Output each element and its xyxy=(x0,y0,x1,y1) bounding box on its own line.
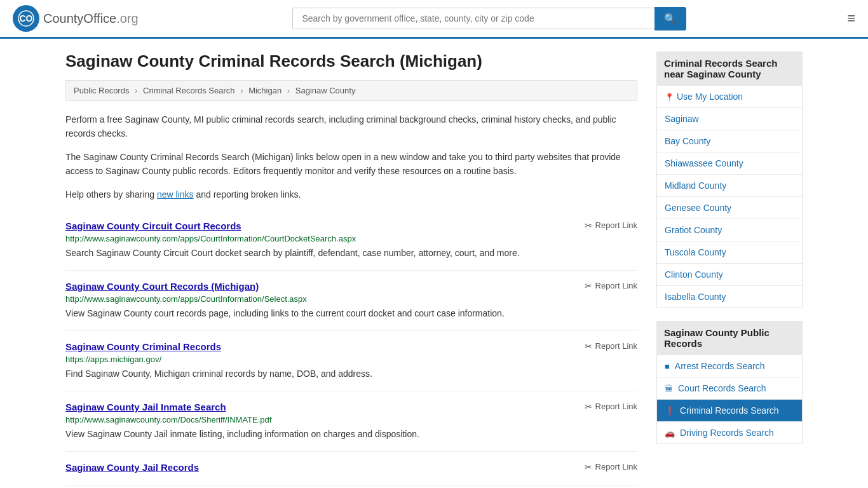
nearby-links: 📍 Use My Location Saginaw Bay County Shi… xyxy=(656,86,803,308)
record-title[interactable]: Saginaw County Jail Records xyxy=(65,462,199,473)
gratiot-link[interactable]: Gratiot County xyxy=(657,219,802,241)
arrest-records-link[interactable]: ■ Arrest Records Search xyxy=(657,355,802,377)
record-title[interactable]: Saginaw County Circuit Court Records xyxy=(65,220,241,231)
breadcrumb: Public Records › Criminal Records Search… xyxy=(65,80,637,101)
record-url[interactable]: http://www.saginawcounty.com/Docs/Sherif… xyxy=(65,415,637,424)
isabella-link[interactable]: Isabella County xyxy=(657,286,802,308)
nearby-header: Criminal Records Search near Saginaw Cou… xyxy=(656,51,803,86)
public-records-links: ■ Arrest Records Search 🏛 Court Records … xyxy=(656,355,803,444)
logo-brand: CountyOffice xyxy=(43,11,116,25)
page-title: Saginaw County Criminal Records Search (… xyxy=(65,51,637,71)
record-title[interactable]: Saginaw County Jail Inmate Search xyxy=(65,402,226,412)
report-icon: ✂ xyxy=(585,462,592,472)
record-header: Saginaw County Jail Inmate Search ✂ Repo… xyxy=(65,402,637,412)
breadcrumb-public-records[interactable]: Public Records xyxy=(74,86,129,95)
sidebar-item-midland[interactable]: Midland County xyxy=(657,175,802,197)
report-link[interactable]: ✂ Report Link xyxy=(585,462,637,472)
record-item: Saginaw County Criminal Records ✂ Report… xyxy=(65,331,637,391)
sidebar-item-clinton[interactable]: Clinton County xyxy=(657,264,802,286)
breadcrumb-sep-2: › xyxy=(240,86,243,95)
record-header: Saginaw County Criminal Records ✂ Report… xyxy=(65,341,637,352)
search-input[interactable] xyxy=(292,8,654,29)
sidebar-item-tuscola[interactable]: Tuscola County xyxy=(657,241,802,264)
sidebar-item-isabella[interactable]: Isabella County xyxy=(657,286,802,308)
sidebar-item-gratiot[interactable]: Gratiot County xyxy=(657,219,802,241)
report-label: Report Link xyxy=(595,281,637,290)
report-icon: ✂ xyxy=(585,281,592,291)
logo-suffix: .org xyxy=(116,11,138,25)
header: CO CountyOffice.org 🔍 ≡ xyxy=(0,0,868,39)
court-records-link[interactable]: 🏛 Court Records Search xyxy=(657,377,802,399)
report-link[interactable]: ✂ Report Link xyxy=(585,402,637,412)
report-label: Report Link xyxy=(595,341,637,351)
saginaw-link[interactable]: Saginaw xyxy=(657,108,802,130)
sidebar-item-criminal[interactable]: ❗ Criminal Records Search xyxy=(657,400,802,422)
sidebar-item-driving[interactable]: 🚗 Driving Records Search xyxy=(657,422,802,444)
record-desc: Search Saginaw County Circuit Court dock… xyxy=(65,247,637,260)
record-desc: View Saginaw County Jail inmate listing,… xyxy=(65,428,637,441)
record-header: Saginaw County Circuit Court Records ✂ R… xyxy=(65,220,637,231)
use-location-link[interactable]: 📍 Use My Location xyxy=(657,86,802,107)
shiawassee-link[interactable]: Shiawassee County xyxy=(657,152,802,174)
driving-label: Driving Records Search xyxy=(680,428,774,438)
search-bar: 🔍 xyxy=(292,7,686,30)
court-label: Court Records Search xyxy=(678,383,766,393)
sidebar-item-genesee[interactable]: Genesee County xyxy=(657,197,802,219)
clinton-link[interactable]: Clinton County xyxy=(657,264,802,285)
record-title[interactable]: Saginaw County Court Records (Michigan) xyxy=(65,281,259,292)
record-desc: Find Saginaw County, Michigan criminal r… xyxy=(65,367,637,381)
court-icon: 🏛 xyxy=(665,384,673,393)
sidebar-item-saginaw[interactable]: Saginaw xyxy=(657,108,802,130)
report-link[interactable]: ✂ Report Link xyxy=(585,220,637,231)
description-para1: Perform a free Saginaw County, MI public… xyxy=(65,112,637,141)
arrest-label: Arrest Records Search xyxy=(675,361,765,371)
sidebar-item-shiawassee[interactable]: Shiawassee County xyxy=(657,152,802,175)
criminal-icon: ❗ xyxy=(665,406,675,416)
report-icon: ✂ xyxy=(585,341,592,351)
breadcrumb-sep-1: › xyxy=(135,86,137,95)
new-links-link[interactable]: new links xyxy=(157,189,194,200)
record-url[interactable]: https://apps.michigan.gov/ xyxy=(65,355,637,364)
sidebar-item-arrest[interactable]: ■ Arrest Records Search xyxy=(657,355,802,377)
breadcrumb-current: Saginaw County xyxy=(295,86,356,95)
criminal-label: Criminal Records Search xyxy=(680,405,779,416)
driving-records-link[interactable]: 🚗 Driving Records Search xyxy=(657,422,802,444)
sidebar-item-location[interactable]: 📍 Use My Location xyxy=(657,86,802,108)
record-url[interactable]: http://www.saginawcounty.com/apps/CourtI… xyxy=(65,234,637,243)
logo-text: CountyOffice.org xyxy=(43,11,139,26)
report-label: Report Link xyxy=(595,462,637,471)
record-header: Saginaw County Court Records (Michigan) … xyxy=(65,281,637,292)
breadcrumb-criminal-records[interactable]: Criminal Records Search xyxy=(143,86,235,95)
record-title[interactable]: Saginaw County Criminal Records xyxy=(65,341,221,352)
bay-county-link[interactable]: Bay County xyxy=(657,130,802,152)
use-location-label: Use My Location xyxy=(677,92,743,102)
search-button[interactable]: 🔍 xyxy=(654,7,686,30)
criminal-records-link[interactable]: ❗ Criminal Records Search xyxy=(657,400,802,421)
menu-icon[interactable]: ≡ xyxy=(847,10,855,27)
midland-link[interactable]: Midland County xyxy=(657,175,802,196)
record-url[interactable]: http://www.saginawcounty.com/apps/CourtI… xyxy=(65,294,637,304)
sidebar: Criminal Records Search near Saginaw Cou… xyxy=(656,51,803,486)
description-para3: Help others by sharing new links and rep… xyxy=(65,187,637,201)
sidebar-item-court[interactable]: 🏛 Court Records Search xyxy=(657,377,802,400)
svg-text:CO: CO xyxy=(20,13,33,24)
desc-pre: Help others by sharing xyxy=(65,189,157,200)
records-list: Saginaw County Circuit Court Records ✂ R… xyxy=(65,210,637,486)
genesee-link[interactable]: Genesee County xyxy=(657,197,802,219)
description-para2: The Saginaw County Criminal Records Sear… xyxy=(65,150,637,179)
content-area: Saginaw County Criminal Records Search (… xyxy=(65,51,637,486)
report-link[interactable]: ✂ Report Link xyxy=(585,281,637,291)
report-link[interactable]: ✂ Report Link xyxy=(585,341,637,351)
location-icon: 📍 xyxy=(665,93,674,102)
nearby-section: Criminal Records Search near Saginaw Cou… xyxy=(656,51,803,308)
sidebar-item-bay[interactable]: Bay County xyxy=(657,130,802,152)
record-desc: View Saginaw County court records page, … xyxy=(65,307,637,320)
record-item: Saginaw County Jail Inmate Search ✂ Repo… xyxy=(65,391,637,452)
breadcrumb-sep-3: › xyxy=(287,86,290,95)
tuscola-link[interactable]: Tuscola County xyxy=(657,241,802,263)
report-icon: ✂ xyxy=(585,402,592,412)
record-item: Saginaw County Court Records (Michigan) … xyxy=(65,271,637,331)
public-records-section: Saginaw County Public Records ■ Arrest R… xyxy=(656,321,803,444)
record-header: Saginaw County Jail Records ✂ Report Lin… xyxy=(65,462,637,473)
breadcrumb-michigan[interactable]: Michigan xyxy=(248,86,281,95)
